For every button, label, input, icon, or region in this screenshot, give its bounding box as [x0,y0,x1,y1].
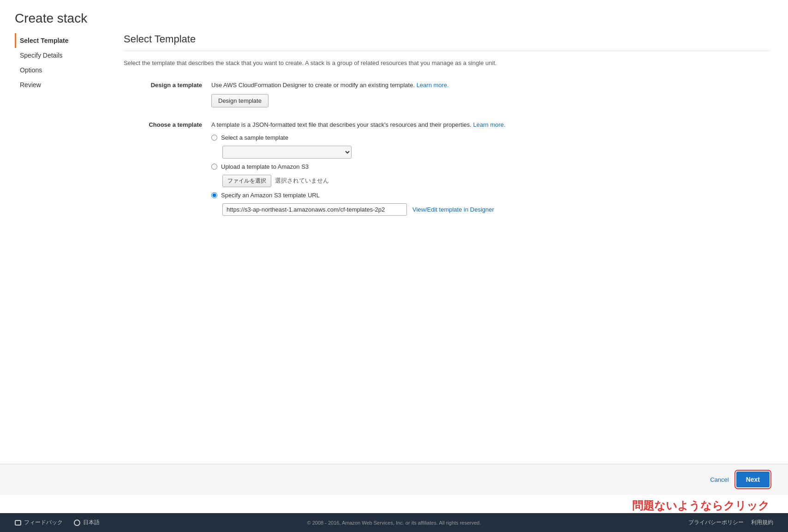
sidebar: Select Template Specify Details Options … [0,33,101,453]
sample-template-option: Select a sample template [211,134,770,141]
globe-icon [74,520,80,526]
choose-template-content: A template is a JSON-formatted text file… [211,120,770,216]
design-template-row: Design a template Use AWS CloudFormation… [124,81,770,108]
language-label: 日本語 [83,519,100,526]
url-input[interactable] [222,203,407,216]
sidebar-item-label: Review [20,81,41,89]
sidebar-item-label: Options [20,66,42,74]
copyright-text: © 2008 - 2016, Amazon Web Services, Inc.… [307,520,481,526]
privacy-link[interactable]: プライバシーポリシー [688,519,744,526]
url-template-radio-label[interactable]: Specify an Amazon S3 template URL [221,192,320,199]
upload-template-radio[interactable] [211,164,217,170]
language-item[interactable]: 日本語 [74,519,100,526]
sidebar-item-label: Specify Details [20,52,63,59]
bottom-bar: フィードバック 日本語 © 2008 - 2016, Amazon Web Se… [0,513,788,532]
section-title: Select Template [124,33,770,51]
chat-icon [15,520,21,526]
choose-template-learn-more[interactable]: Learn more. [473,121,506,128]
design-template-button[interactable]: Design template [211,94,269,107]
sample-template-radio-label[interactable]: Select a sample template [221,134,288,141]
japanese-annotation: 問題ないようならクリック [0,495,788,513]
design-template-learn-more[interactable]: Learn more. [417,82,449,89]
sidebar-item-options[interactable]: Options [15,63,101,77]
next-button[interactable]: Next [736,472,770,487]
sidebar-item-select-template[interactable]: Select Template [15,33,101,48]
choose-template-row: Choose a template A template is a JSON-f… [124,120,770,216]
file-chooser-row: ファイルを選択 選択されていません [222,175,770,187]
bottom-bar-right: プライバシーポリシー 利用規約 [688,519,773,526]
url-template-option: Specify an Amazon S3 template URL [211,192,770,199]
upload-template-option: Upload a template to Amazon S3 [211,163,770,170]
file-no-file-text: 選択されていません [275,177,329,185]
choose-template-label: Choose a template [124,120,211,128]
url-template-radio[interactable] [211,192,217,198]
view-edit-template-link[interactable]: View/Edit template in Designer [412,206,494,213]
feedback-item[interactable]: フィードバック [15,519,63,526]
cancel-button[interactable]: Cancel [710,476,728,483]
design-template-label: Design a template [124,81,211,89]
bottom-bar-left: フィードバック 日本語 [15,519,100,526]
sidebar-item-label: Select Template [20,37,69,44]
sidebar-item-specify-details[interactable]: Specify Details [15,48,101,63]
content-area: Select Template Select the template that… [101,33,788,453]
page-title: Create stack [0,0,788,33]
design-template-content: Use AWS CloudFormation Designer to creat… [211,81,770,108]
footer-bar: Cancel Next [0,464,788,495]
upload-template-radio-label[interactable]: Upload a template to Amazon S3 [221,163,309,170]
file-chooser-button[interactable]: ファイルを選択 [222,175,271,187]
sample-template-select[interactable] [222,146,352,159]
main-layout: Select Template Specify Details Options … [0,33,788,453]
section-description: Select the template that describes the s… [124,59,770,68]
feedback-label: フィードバック [24,519,63,526]
design-template-description: Use AWS CloudFormation Designer to creat… [211,81,770,90]
terms-link[interactable]: 利用規約 [751,519,773,526]
url-input-row: View/Edit template in Designer [222,203,770,216]
sidebar-item-review[interactable]: Review [15,77,101,92]
choose-template-description: A template is a JSON-formatted text file… [211,120,770,130]
sample-template-radio[interactable] [211,135,217,141]
